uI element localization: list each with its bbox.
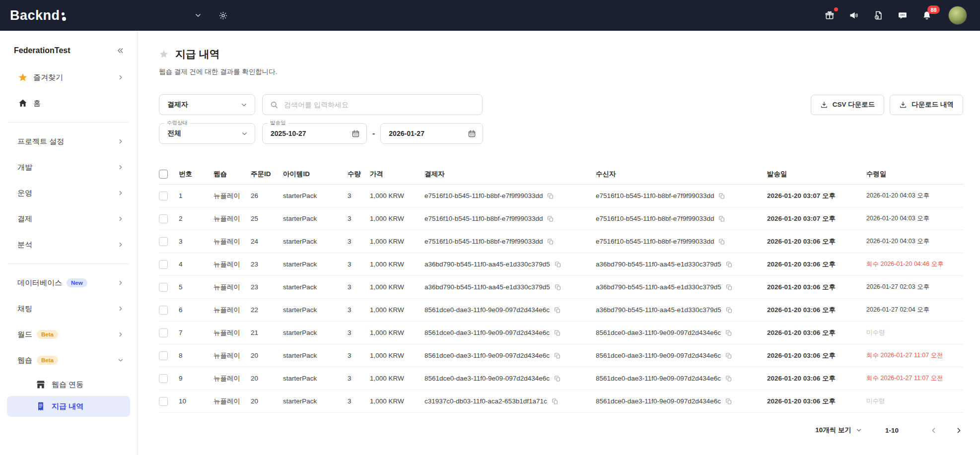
copy-icon[interactable]	[547, 238, 554, 245]
store-icon	[36, 380, 46, 390]
copy-icon[interactable]	[554, 307, 561, 314]
row-checkbox[interactable]	[159, 283, 168, 292]
copy-icon[interactable]	[725, 329, 732, 336]
cell-price: 1,000 KRW	[370, 352, 424, 359]
backnd-logo[interactable]: Backnd	[10, 8, 66, 23]
row-checkbox[interactable]	[159, 351, 168, 360]
cell-item-id: starterPack	[283, 397, 348, 405]
sidebar-item-label: 월드	[17, 330, 32, 339]
cell-sent-date: 2026-01-20 03:06 오후	[767, 283, 866, 292]
sidebar-item-label: 데이터베이스	[17, 278, 62, 288]
copy-icon[interactable]	[718, 238, 725, 245]
sidebar-item-operations[interactable]: 운영	[0, 180, 137, 206]
csv-download-button[interactable]: CSV 다운로드	[811, 95, 885, 115]
next-page-button[interactable]	[955, 426, 963, 435]
copy-icon[interactable]	[726, 284, 733, 291]
row-checkbox[interactable]	[159, 328, 168, 337]
copy-icon[interactable]	[555, 261, 561, 268]
row-checkbox[interactable]	[159, 260, 168, 269]
payer-id: 8561dce0-dae3-11f0-9e09-097d2d434e6c	[424, 306, 550, 314]
copy-icon[interactable]	[547, 215, 554, 222]
copy-icon[interactable]	[554, 329, 561, 336]
receive-status-value: 전체	[167, 129, 181, 138]
sidebar-item-project-settings[interactable]: 프로젝트 설정	[0, 129, 137, 154]
search-input[interactable]	[284, 101, 475, 109]
date-range-separator: -	[372, 129, 375, 138]
row-checkbox[interactable]	[159, 306, 168, 315]
cell-receiver: e7516f10-b545-11f0-b8bf-e7f9f99033dd	[596, 215, 767, 222]
sidebar-item-development[interactable]: 개발	[0, 154, 137, 180]
copy-icon[interactable]	[725, 398, 732, 405]
copy-icon[interactable]	[552, 398, 559, 405]
cell-order-id: 26	[251, 192, 283, 199]
cell-order-id: 23	[251, 260, 283, 268]
copy-icon[interactable]	[726, 261, 733, 268]
date-to-picker[interactable]: 2026-01-27	[380, 123, 483, 144]
cell-order-id: 25	[251, 215, 283, 222]
project-row: FederationTest	[0, 41, 137, 61]
sidebar-subitem-webshop-link[interactable]: 웹숍 연동	[7, 374, 130, 395]
cell-webshop: 뉴플레이	[213, 306, 251, 315]
sidebar-item-analytics[interactable]: 분석	[0, 232, 137, 258]
prev-page-button[interactable]	[929, 426, 938, 435]
chevron-down-icon[interactable]	[193, 10, 204, 21]
avatar[interactable]	[948, 6, 967, 25]
gift-icon[interactable]	[824, 10, 835, 21]
row-checkbox[interactable]	[159, 192, 168, 200]
sidebar-item-webshop[interactable]: 웹숍 Beta	[0, 347, 137, 373]
copy-icon[interactable]	[554, 352, 561, 359]
chevron-down-icon	[241, 130, 248, 137]
page-size-select[interactable]: 10개씩 보기	[815, 426, 862, 435]
copy-icon[interactable]	[725, 375, 732, 382]
download-history-button[interactable]: 다운로드 내역	[890, 95, 963, 115]
cell-item-id: starterPack	[283, 283, 348, 291]
bell-icon[interactable]: 88	[921, 10, 932, 21]
sidebar-item-payment[interactable]: 결제	[0, 206, 137, 232]
table-header-row: 번호 웹숍 주문ID 아이템ID 수량 가격 결제자 수신자 발송일 수령일	[159, 164, 963, 185]
sidebar-subitem-payout-history[interactable]: 지급 내역	[7, 396, 130, 417]
search-type-select[interactable]: 결제자	[159, 94, 255, 115]
copy-icon[interactable]	[547, 193, 554, 199]
copy-icon[interactable]	[726, 307, 733, 314]
chevron-right-icon	[117, 241, 124, 248]
cell-sent-date: 2026-01-20 03:06 오후	[767, 328, 866, 337]
cell-received-date: 회수 2026-01-27 11:07 오전	[866, 351, 963, 360]
receive-status-select[interactable]: 수령상태 전체	[159, 123, 255, 144]
cell-webshop: 뉴플레이	[213, 283, 251, 292]
header-price: 가격	[370, 170, 424, 179]
receiver-id: a36bd790-b545-11f0-aa45-e1d330c379d5	[596, 260, 721, 268]
sidebar-item-chat[interactable]: 채팅	[0, 296, 137, 322]
search-box	[262, 94, 483, 115]
logo-mark	[62, 12, 66, 21]
cell-order-id: 23	[251, 283, 283, 291]
copy-icon[interactable]	[718, 193, 725, 199]
row-checkbox[interactable]	[159, 374, 168, 383]
cell-item-id: starterPack	[283, 375, 348, 382]
chat-icon[interactable]	[897, 10, 908, 21]
copy-icon[interactable]	[554, 375, 561, 382]
favorite-star-icon[interactable]	[159, 49, 169, 59]
cell-received-date: 2026-01-20 04:03 오후	[866, 192, 963, 200]
row-checkbox[interactable]	[159, 237, 168, 246]
row-checkbox[interactable]	[159, 214, 168, 223]
sidebar-item-label: 운영	[17, 189, 32, 198]
cell-payer: 8561dce0-dae3-11f0-9e09-097d2d434e6c	[424, 375, 596, 382]
copy-icon[interactable]	[725, 352, 732, 359]
sidebar-item-label: 분석	[17, 240, 32, 250]
collapse-sidebar-icon[interactable]	[116, 47, 124, 55]
sidebar-item-label: 즐겨찾기	[33, 73, 63, 82]
select-all-checkbox[interactable]	[159, 170, 168, 179]
row-checkbox[interactable]	[159, 397, 168, 406]
megaphone-icon[interactable]	[848, 10, 859, 21]
sidebar-item-favorites[interactable]: 즐겨찾기	[0, 65, 137, 90]
sidebar-item-home[interactable]: 홈	[0, 90, 137, 116]
sidebar-item-database[interactable]: 데이터베이스 New	[0, 270, 137, 296]
copy-icon[interactable]	[555, 284, 561, 291]
gear-icon[interactable]	[217, 10, 228, 21]
cell-price: 1,000 KRW	[370, 260, 424, 268]
date-from-picker[interactable]: 발송일 2025-10-27	[262, 123, 367, 144]
billing-doc-icon[interactable]	[873, 10, 884, 21]
copy-icon[interactable]	[718, 215, 725, 222]
table-row: 1 뉴플레이 26 starterPack 3 1,000 KRW e7516f…	[159, 185, 963, 207]
sidebar-item-world[interactable]: 월드 Beta	[0, 322, 137, 347]
